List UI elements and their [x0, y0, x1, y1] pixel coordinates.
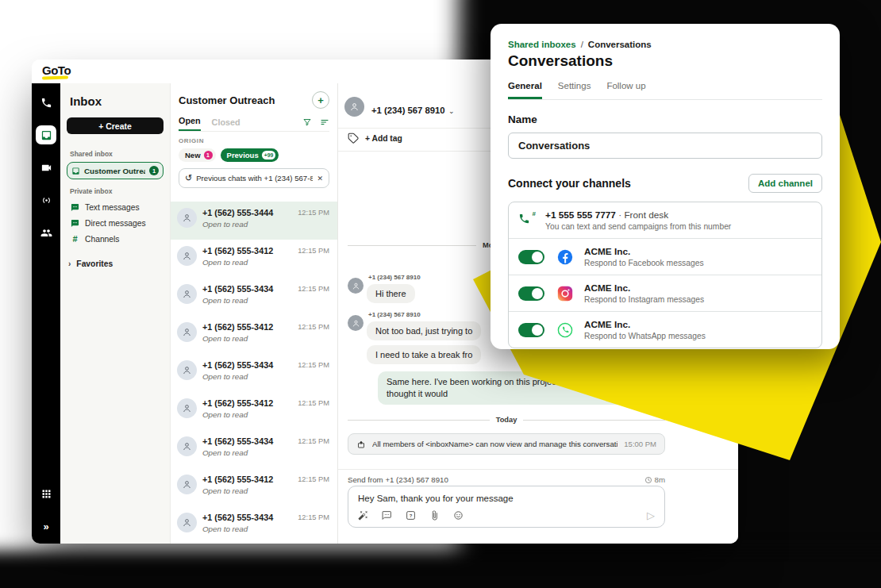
channel-name: ACME Inc.: [584, 282, 704, 294]
list-item[interactable]: +1 (562) 555-3412Open to read 12:15 PM: [171, 240, 337, 278]
message-composer[interactable]: Hey Sam, thank you for your message ▷: [348, 486, 665, 528]
list-tabs: Open Closed: [179, 116, 329, 132]
contact-number: +1 (562) 555-3444: [202, 208, 298, 217]
new-conversation-button[interactable]: +: [312, 91, 329, 109]
phone-icon[interactable]: [36, 93, 56, 112]
inbox-sidebar: Inbox + Create Shared inbox Customer Out…: [60, 83, 171, 544]
tab-follow-up[interactable]: Follow up: [606, 81, 645, 99]
tab-settings[interactable]: Settings: [558, 81, 591, 99]
hash-icon: #: [71, 234, 79, 244]
add-channel-button[interactable]: Add channel: [748, 174, 822, 193]
add-tag-button[interactable]: + Add tag: [365, 134, 402, 143]
contact-number: +1 (562) 555-3434: [202, 284, 298, 294]
pill-text: Previous chats with +1 (234) 567-8900: [196, 174, 313, 183]
share-inbox-icon: [356, 440, 366, 449]
filter-chip-new[interactable]: New 1: [179, 148, 216, 162]
phone-channel-row: # +1 555 555 7777 · Front desk You can t…: [509, 202, 821, 238]
whatsapp-toggle[interactable]: [518, 323, 544, 337]
tab-closed[interactable]: Closed: [212, 117, 240, 131]
unread-badge: 1: [149, 166, 159, 175]
list-item[interactable]: +1 (562) 555-3444Open to read 12:15 PM: [171, 202, 337, 240]
composer-meta: Send from +1 (234) 567 8910 8m: [348, 475, 665, 484]
chip-label: Previous: [227, 151, 259, 159]
message-sender: +1 (234) 567 8910: [368, 274, 421, 281]
list-item[interactable]: +1 (562) 555-3434Open to read 12:15 PM: [171, 278, 337, 316]
message-incoming: +1 (234) 567 8910 Not too bad, just tryi…: [348, 311, 481, 340]
avatar: [348, 278, 364, 294]
message-line: thought it would: [387, 389, 448, 398]
contact-number: +1 (562) 555-3434: [202, 513, 298, 522]
facebook-toggle[interactable]: [518, 250, 544, 264]
survey-icon[interactable]: [406, 510, 416, 521]
create-button[interactable]: + Create: [67, 117, 164, 134]
person-icon: [182, 479, 192, 490]
video-icon[interactable]: [36, 158, 56, 177]
attachment-icon[interactable]: [429, 510, 440, 521]
clock-icon: [644, 476, 652, 484]
filter-icon[interactable]: [302, 117, 312, 127]
timer: 8m: [644, 475, 665, 484]
list-item[interactable]: +1 (562) 555-3412Open to read 12:15 PM: [171, 392, 337, 430]
phone-channel-name: Front desk: [624, 209, 668, 221]
tag-icon: [348, 133, 359, 144]
timestamp: 12:15 PM: [298, 285, 329, 316]
sidebar-item-label: Customer Outreach: [84, 167, 145, 175]
list-item[interactable]: +1 (562) 555-3412Open to read 12:15 PM: [171, 468, 337, 506]
broadcast-icon[interactable]: [36, 190, 56, 209]
favorites-toggle[interactable]: › Favorites: [67, 259, 164, 268]
timestamp: 12:15 PM: [298, 437, 329, 468]
breadcrumb-separator: /: [581, 40, 583, 49]
previous-chats-pill[interactable]: ↺ Previous chats with +1 (234) 567-8900 …: [179, 168, 329, 188]
conversation-list: Customer Outreach + Open Closed ORIGIN: [171, 83, 338, 544]
channel-description: Respond to Instagram messages: [584, 295, 704, 304]
close-icon[interactable]: ✕: [317, 175, 323, 183]
sidebar-item-text-messages[interactable]: Text messages: [67, 199, 164, 215]
timestamp: 12:15 PM: [298, 475, 329, 506]
list-item[interactable]: +1 (562) 555-3434Open to read 12:15 PM: [171, 354, 337, 392]
status-text: Open to read: [202, 220, 298, 229]
tab-general[interactable]: General: [508, 81, 542, 99]
magic-wand-icon[interactable]: [358, 510, 368, 521]
apps-grid-icon[interactable]: [36, 484, 56, 503]
inbox-icon[interactable]: [36, 125, 56, 144]
send-icon[interactable]: ▷: [647, 509, 655, 521]
avatar: [177, 398, 197, 418]
message-incoming: +1 (234) 567 8910 Hi there: [348, 274, 421, 303]
today-divider: Today: [348, 416, 665, 424]
private-inbox-label: Private inbox: [70, 187, 164, 195]
sort-icon[interactable]: [320, 117, 329, 127]
chip-badge: 1: [204, 151, 213, 159]
person-icon: [182, 251, 192, 261]
message-line: Same here. I've been working on this pro…: [387, 377, 559, 386]
instagram-toggle[interactable]: [518, 286, 544, 301]
sidebar-item-customer-outreach[interactable]: Customer Outreach 1: [67, 162, 164, 179]
timestamp: 12:15 PM: [298, 513, 329, 544]
composer-input[interactable]: Hey Sam, thank you for your message: [358, 494, 514, 503]
contacts-icon[interactable]: [36, 223, 56, 242]
separator: ·: [618, 209, 621, 221]
breadcrumb: Shared inboxes / Conversations: [508, 40, 822, 49]
contact-number: +1 (562) 555-3434: [202, 360, 298, 370]
sidebar-item-channels[interactable]: # Channels: [67, 231, 164, 247]
list-item[interactable]: +1 (562) 555-3412Open to read 12:15 PM: [171, 316, 337, 354]
inbox-icon: [71, 167, 80, 175]
emoji-icon[interactable]: [453, 510, 464, 521]
canned-message-icon[interactable]: [382, 510, 392, 521]
dark-backdrop-bottom: [0, 551, 881, 588]
list-item[interactable]: +1 (562) 555-3434Open to read 12:15 PM: [171, 430, 337, 468]
name-input[interactable]: [508, 133, 822, 159]
avatar: [177, 513, 197, 532]
tab-open[interactable]: Open: [179, 116, 201, 131]
breadcrumb-shared-inboxes[interactable]: Shared inboxes: [508, 40, 576, 49]
phone-channel-description: You can text and send campaigns from thi…: [545, 222, 731, 231]
filter-chip-previous[interactable]: Previous +99: [221, 148, 279, 162]
sidebar-item-direct-messages[interactable]: Direct messages: [67, 215, 164, 231]
goto-logo: GoTo: [42, 64, 71, 79]
channel-row-facebook: ACME Inc. Respond to Facebook messages: [509, 238, 821, 275]
status-text: Open to read: [202, 486, 298, 495]
list-item[interactable]: +1 (562) 555-3434Open to read 12:15 PM: [171, 506, 337, 544]
expand-icon[interactable]: »: [36, 517, 56, 536]
status-text: Open to read: [202, 258, 298, 267]
page-title: Conversations: [508, 52, 822, 70]
chat-contact-header[interactable]: +1 (234) 567 8910 ⌄: [371, 102, 455, 117]
